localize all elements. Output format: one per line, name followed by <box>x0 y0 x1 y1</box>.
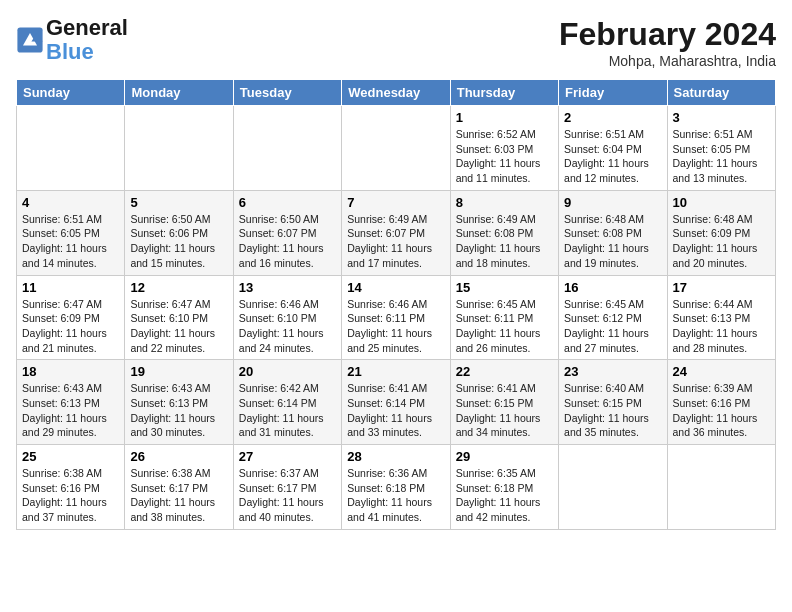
column-header-thursday: Thursday <box>450 80 558 106</box>
day-info: Sunrise: 6:52 AM Sunset: 6:03 PM Dayligh… <box>456 127 553 186</box>
calendar-cell: 20Sunrise: 6:42 AM Sunset: 6:14 PM Dayli… <box>233 360 341 445</box>
week-row-0: 1Sunrise: 6:52 AM Sunset: 6:03 PM Daylig… <box>17 106 776 191</box>
calendar-cell: 10Sunrise: 6:48 AM Sunset: 6:09 PM Dayli… <box>667 190 775 275</box>
week-row-3: 18Sunrise: 6:43 AM Sunset: 6:13 PM Dayli… <box>17 360 776 445</box>
day-info: Sunrise: 6:50 AM Sunset: 6:06 PM Dayligh… <box>130 212 227 271</box>
column-header-friday: Friday <box>559 80 667 106</box>
calendar-header-row: SundayMondayTuesdayWednesdayThursdayFrid… <box>17 80 776 106</box>
day-number: 12 <box>130 280 227 295</box>
day-info: Sunrise: 6:49 AM Sunset: 6:08 PM Dayligh… <box>456 212 553 271</box>
week-row-1: 4Sunrise: 6:51 AM Sunset: 6:05 PM Daylig… <box>17 190 776 275</box>
calendar-cell: 25Sunrise: 6:38 AM Sunset: 6:16 PM Dayli… <box>17 445 125 530</box>
day-info: Sunrise: 6:37 AM Sunset: 6:17 PM Dayligh… <box>239 466 336 525</box>
day-number: 5 <box>130 195 227 210</box>
day-number: 15 <box>456 280 553 295</box>
day-info: Sunrise: 6:49 AM Sunset: 6:07 PM Dayligh… <box>347 212 444 271</box>
day-info: Sunrise: 6:40 AM Sunset: 6:15 PM Dayligh… <box>564 381 661 440</box>
week-row-4: 25Sunrise: 6:38 AM Sunset: 6:16 PM Dayli… <box>17 445 776 530</box>
calendar-cell: 6Sunrise: 6:50 AM Sunset: 6:07 PM Daylig… <box>233 190 341 275</box>
calendar-cell: 16Sunrise: 6:45 AM Sunset: 6:12 PM Dayli… <box>559 275 667 360</box>
day-number: 22 <box>456 364 553 379</box>
calendar-cell: 7Sunrise: 6:49 AM Sunset: 6:07 PM Daylig… <box>342 190 450 275</box>
day-info: Sunrise: 6:38 AM Sunset: 6:16 PM Dayligh… <box>22 466 119 525</box>
column-header-saturday: Saturday <box>667 80 775 106</box>
day-info: Sunrise: 6:51 AM Sunset: 6:05 PM Dayligh… <box>673 127 770 186</box>
day-info: Sunrise: 6:46 AM Sunset: 6:11 PM Dayligh… <box>347 297 444 356</box>
day-number: 2 <box>564 110 661 125</box>
day-number: 24 <box>673 364 770 379</box>
calendar: SundayMondayTuesdayWednesdayThursdayFrid… <box>16 79 776 530</box>
calendar-cell <box>125 106 233 191</box>
title-area: February 2024 Mohpa, Maharashtra, India <box>559 16 776 69</box>
day-number: 17 <box>673 280 770 295</box>
calendar-cell: 17Sunrise: 6:44 AM Sunset: 6:13 PM Dayli… <box>667 275 775 360</box>
day-info: Sunrise: 6:51 AM Sunset: 6:04 PM Dayligh… <box>564 127 661 186</box>
column-header-tuesday: Tuesday <box>233 80 341 106</box>
day-info: Sunrise: 6:47 AM Sunset: 6:09 PM Dayligh… <box>22 297 119 356</box>
calendar-cell: 2Sunrise: 6:51 AM Sunset: 6:04 PM Daylig… <box>559 106 667 191</box>
day-number: 1 <box>456 110 553 125</box>
day-number: 25 <box>22 449 119 464</box>
day-number: 16 <box>564 280 661 295</box>
calendar-cell <box>233 106 341 191</box>
day-info: Sunrise: 6:41 AM Sunset: 6:15 PM Dayligh… <box>456 381 553 440</box>
calendar-cell: 12Sunrise: 6:47 AM Sunset: 6:10 PM Dayli… <box>125 275 233 360</box>
day-number: 8 <box>456 195 553 210</box>
calendar-cell: 15Sunrise: 6:45 AM Sunset: 6:11 PM Dayli… <box>450 275 558 360</box>
logo-icon <box>16 26 44 54</box>
day-number: 28 <box>347 449 444 464</box>
day-number: 9 <box>564 195 661 210</box>
day-number: 27 <box>239 449 336 464</box>
calendar-cell: 11Sunrise: 6:47 AM Sunset: 6:09 PM Dayli… <box>17 275 125 360</box>
day-info: Sunrise: 6:35 AM Sunset: 6:18 PM Dayligh… <box>456 466 553 525</box>
calendar-cell: 24Sunrise: 6:39 AM Sunset: 6:16 PM Dayli… <box>667 360 775 445</box>
day-number: 3 <box>673 110 770 125</box>
day-info: Sunrise: 6:48 AM Sunset: 6:09 PM Dayligh… <box>673 212 770 271</box>
day-info: Sunrise: 6:42 AM Sunset: 6:14 PM Dayligh… <box>239 381 336 440</box>
day-info: Sunrise: 6:48 AM Sunset: 6:08 PM Dayligh… <box>564 212 661 271</box>
day-info: Sunrise: 6:45 AM Sunset: 6:11 PM Dayligh… <box>456 297 553 356</box>
day-number: 13 <box>239 280 336 295</box>
calendar-cell: 29Sunrise: 6:35 AM Sunset: 6:18 PM Dayli… <box>450 445 558 530</box>
day-number: 29 <box>456 449 553 464</box>
day-info: Sunrise: 6:41 AM Sunset: 6:14 PM Dayligh… <box>347 381 444 440</box>
calendar-cell: 22Sunrise: 6:41 AM Sunset: 6:15 PM Dayli… <box>450 360 558 445</box>
day-number: 10 <box>673 195 770 210</box>
day-number: 18 <box>22 364 119 379</box>
calendar-cell: 18Sunrise: 6:43 AM Sunset: 6:13 PM Dayli… <box>17 360 125 445</box>
calendar-cell <box>559 445 667 530</box>
calendar-cell: 3Sunrise: 6:51 AM Sunset: 6:05 PM Daylig… <box>667 106 775 191</box>
calendar-cell: 4Sunrise: 6:51 AM Sunset: 6:05 PM Daylig… <box>17 190 125 275</box>
column-header-monday: Monday <box>125 80 233 106</box>
calendar-cell: 13Sunrise: 6:46 AM Sunset: 6:10 PM Dayli… <box>233 275 341 360</box>
column-header-wednesday: Wednesday <box>342 80 450 106</box>
day-number: 23 <box>564 364 661 379</box>
day-number: 11 <box>22 280 119 295</box>
day-info: Sunrise: 6:36 AM Sunset: 6:18 PM Dayligh… <box>347 466 444 525</box>
day-info: Sunrise: 6:43 AM Sunset: 6:13 PM Dayligh… <box>130 381 227 440</box>
calendar-cell: 26Sunrise: 6:38 AM Sunset: 6:17 PM Dayli… <box>125 445 233 530</box>
calendar-cell: 5Sunrise: 6:50 AM Sunset: 6:06 PM Daylig… <box>125 190 233 275</box>
day-number: 19 <box>130 364 227 379</box>
calendar-cell: 28Sunrise: 6:36 AM Sunset: 6:18 PM Dayli… <box>342 445 450 530</box>
day-number: 14 <box>347 280 444 295</box>
logo-general: General <box>46 15 128 40</box>
day-info: Sunrise: 6:50 AM Sunset: 6:07 PM Dayligh… <box>239 212 336 271</box>
calendar-cell <box>17 106 125 191</box>
day-number: 6 <box>239 195 336 210</box>
calendar-cell: 8Sunrise: 6:49 AM Sunset: 6:08 PM Daylig… <box>450 190 558 275</box>
day-info: Sunrise: 6:45 AM Sunset: 6:12 PM Dayligh… <box>564 297 661 356</box>
calendar-cell: 21Sunrise: 6:41 AM Sunset: 6:14 PM Dayli… <box>342 360 450 445</box>
day-info: Sunrise: 6:39 AM Sunset: 6:16 PM Dayligh… <box>673 381 770 440</box>
day-info: Sunrise: 6:51 AM Sunset: 6:05 PM Dayligh… <box>22 212 119 271</box>
column-header-sunday: Sunday <box>17 80 125 106</box>
day-number: 20 <box>239 364 336 379</box>
calendar-cell <box>342 106 450 191</box>
calendar-cell: 23Sunrise: 6:40 AM Sunset: 6:15 PM Dayli… <box>559 360 667 445</box>
calendar-cell: 1Sunrise: 6:52 AM Sunset: 6:03 PM Daylig… <box>450 106 558 191</box>
week-row-2: 11Sunrise: 6:47 AM Sunset: 6:09 PM Dayli… <box>17 275 776 360</box>
header: General Blue February 2024 Mohpa, Mahara… <box>16 16 776 69</box>
day-info: Sunrise: 6:38 AM Sunset: 6:17 PM Dayligh… <box>130 466 227 525</box>
logo: General Blue <box>16 16 128 64</box>
day-number: 21 <box>347 364 444 379</box>
